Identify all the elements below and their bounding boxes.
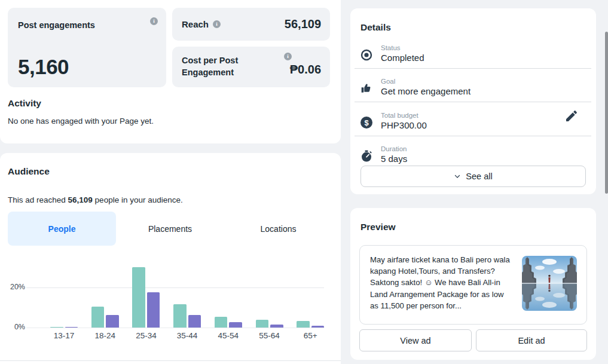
- view-ad-button[interactable]: View ad: [359, 329, 472, 351]
- chevron-down-icon: [454, 173, 461, 180]
- x-axis-tick: 25-34: [128, 331, 164, 340]
- chart-bar-series-purple: [229, 322, 242, 328]
- info-icon[interactable]: i: [213, 20, 221, 28]
- pencil-icon[interactable]: [564, 109, 579, 123]
- reach-label: Reach: [182, 19, 209, 29]
- ad-copy-text: May airfare ticket kana to Bali pero wal…: [370, 254, 512, 311]
- chart-bar-series-purple: [311, 326, 325, 328]
- chart-bar-series-teal: [256, 320, 269, 328]
- budget-icon: $: [360, 117, 372, 129]
- info-icon[interactable]: i: [150, 17, 158, 25]
- info-icon[interactable]: i: [284, 53, 292, 60]
- details-section-title: Details: [360, 22, 391, 33]
- audience-card: Audience This ad reached 56,109 people i…: [0, 153, 341, 364]
- reach-value: 56,109: [285, 17, 321, 31]
- divider: [355, 136, 591, 136]
- post-engagements-tile: Post engagements i 5,160: [8, 8, 166, 87]
- status-icon: [360, 49, 372, 61]
- audience-reach-sentence: This ad reached 56,109 people in your au…: [8, 195, 183, 204]
- see-all-button[interactable]: See all: [360, 166, 586, 187]
- divider: [355, 68, 591, 69]
- chart-bar-series-teal: [297, 321, 310, 328]
- tab-locations[interactable]: Locations: [224, 212, 332, 246]
- edit-ad-button[interactable]: Edit ad: [476, 329, 587, 351]
- goal-icon: [360, 82, 372, 94]
- total-budget-value: PHP300.00: [381, 120, 427, 130]
- chart-bar-series-purple: [106, 315, 119, 328]
- chart-bar-series-teal: [215, 317, 228, 328]
- audience-age-chart: [0, 243, 341, 328]
- chart-bar-series-purple: [270, 325, 283, 328]
- divider: [355, 102, 591, 102]
- svg-text:$: $: [364, 118, 369, 127]
- chart-bar-series-purple: [188, 315, 201, 328]
- chart-bar-series-purple: [65, 327, 78, 328]
- post-engagements-value: 5,160: [18, 55, 69, 79]
- status-value: Completed: [381, 53, 424, 63]
- cost-per-engagement-label: Cost per Post Engagement: [182, 54, 256, 78]
- preview-card: Preview May airfare ticket kana to Bali …: [350, 208, 596, 360]
- x-axis-tick: 65+: [292, 331, 328, 340]
- preview-section-title: Preview: [360, 222, 396, 233]
- cost-per-engagement-value: ₱0.06: [290, 63, 321, 77]
- metrics-card: Post engagements i 5,160 Reach i 56,109 …: [0, 0, 341, 143]
- chart-bar-series-teal: [50, 327, 63, 328]
- audience-reach-number: 56,109: [68, 195, 93, 204]
- chart-bar-series-purple: [147, 292, 160, 328]
- tab-placements[interactable]: Placements: [116, 212, 224, 246]
- reach-tile: Reach i 56,109: [172, 8, 330, 41]
- activity-section-title: Activity: [8, 98, 41, 109]
- x-axis-tick: 55-64: [252, 331, 288, 340]
- status-label: Status: [381, 44, 401, 51]
- x-axis-tick: 18-24: [87, 331, 123, 340]
- chart-bar-series-teal: [173, 304, 187, 328]
- page-scrollbar[interactable]: [605, 32, 608, 194]
- duration-icon: [360, 150, 372, 162]
- x-axis-tick: 35-44: [169, 331, 205, 340]
- goal-value: Get more engagement: [381, 86, 470, 96]
- goal-label: Goal: [381, 78, 395, 85]
- duration-value: 5 days: [381, 154, 407, 164]
- x-axis-tick: 13-17: [46, 331, 82, 340]
- audience-section-title: Audience: [8, 166, 50, 177]
- details-card: Details Status Completed Goal Get more e…: [350, 8, 596, 194]
- divider: [0, 360, 341, 361]
- ad-preview-box[interactable]: May airfare ticket kana to Bali pero wal…: [359, 245, 587, 325]
- bali-gate-photo: [522, 256, 577, 311]
- chart-bar-series-teal: [132, 267, 145, 328]
- chart-baseline: [26, 328, 324, 328]
- chart-bar-series-teal: [91, 307, 105, 328]
- total-budget-label: Total budget: [381, 112, 418, 119]
- duration-label: Duration: [381, 145, 407, 152]
- post-engagements-label: Post engagements: [18, 20, 95, 30]
- x-axis-tick: 45-54: [210, 331, 246, 340]
- activity-empty-message: No one has engaged with your Page yet.: [8, 117, 154, 126]
- cost-per-engagement-tile: Cost per Post Engagement i ₱0.06: [172, 47, 330, 87]
- tab-people[interactable]: People: [8, 212, 116, 246]
